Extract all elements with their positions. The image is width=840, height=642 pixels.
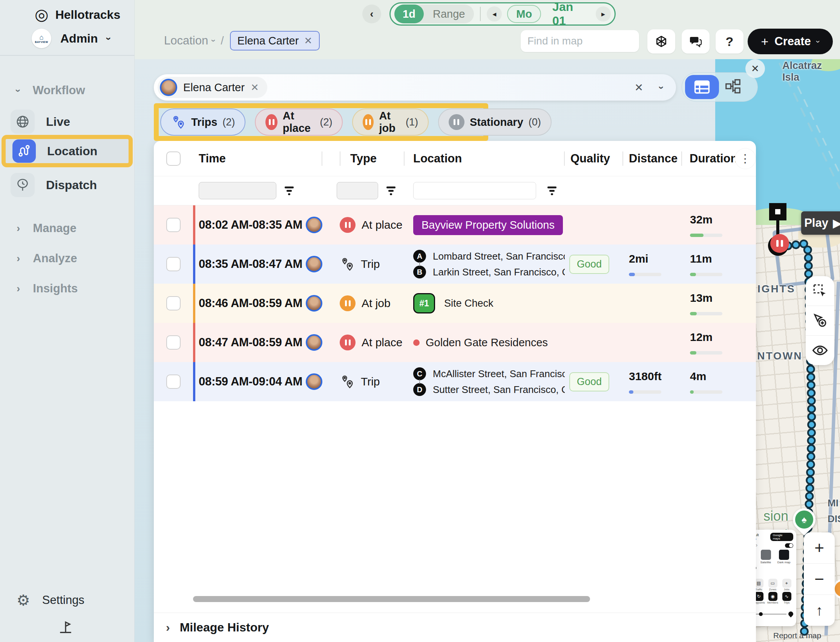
table-icon xyxy=(694,80,710,94)
visibility-tool[interactable] xyxy=(806,335,834,365)
map-at-place-marker[interactable] xyxy=(768,235,788,256)
chevron-down-icon[interactable]: › xyxy=(656,86,667,89)
person-filter-chip[interactable]: Elena Carter ✕ xyxy=(230,31,320,50)
table-row[interactable]: 08:46 AM-08:59 AM At job #1 Site Check 1… xyxy=(154,284,756,323)
search-input[interactable] xyxy=(528,35,664,47)
time-filter-input[interactable] xyxy=(199,182,276,199)
play-icon: ▶ xyxy=(833,216,840,230)
close-icon[interactable]: ✕ xyxy=(251,82,259,94)
sidebar-item-settings[interactable]: ⚙ Settings xyxy=(16,592,84,609)
table-row[interactable]: 08:59 AM-09:04 AM Trip C McAllister Stre… xyxy=(154,362,756,401)
column-time[interactable]: Time xyxy=(199,152,226,165)
column-distance[interactable]: Distance xyxy=(629,152,678,165)
table-view-button[interactable] xyxy=(685,75,719,99)
panel-close-button[interactable]: ✕ xyxy=(745,59,765,78)
area-select-tool[interactable] xyxy=(806,276,834,306)
chip-at-place[interactable]: At place (2) xyxy=(255,109,343,136)
day-mode-button[interactable]: 1d xyxy=(394,5,424,23)
job-number-badge[interactable]: #1 xyxy=(413,293,435,313)
breadcrumb: Location › / Elena Carter ✕ xyxy=(164,31,320,50)
mode-toggle[interactable] xyxy=(785,543,793,548)
place-badge[interactable]: Bayview Property Solutions xyxy=(413,215,563,235)
column-duration[interactable]: Duration xyxy=(690,152,738,165)
table-row[interactable]: 08:02 AM-08:35 AM At place Bayview Prope… xyxy=(154,205,756,245)
play-route-button[interactable]: Play▶ xyxy=(801,211,840,235)
current-date[interactable]: Jan 01 xyxy=(552,0,590,28)
duration-metric: 13m xyxy=(690,292,734,315)
column-type[interactable]: Type xyxy=(350,152,377,165)
chat-button[interactable] xyxy=(682,29,710,54)
close-icon[interactable]: ✕ xyxy=(304,35,312,47)
row-checkbox[interactable] xyxy=(166,296,180,310)
selected-person-chip[interactable]: Elena Carter ✕ xyxy=(158,77,267,98)
map-flag-marker[interactable] xyxy=(769,203,786,236)
workflow-section-header[interactable]: › Workflow xyxy=(16,84,85,97)
chip-stationary[interactable]: Stationary (0) xyxy=(438,109,552,136)
account-menu[interactable]: ⌂ BAYVIEW Admin › xyxy=(32,29,110,48)
filter-icon[interactable] xyxy=(548,186,556,195)
type-filter-input[interactable] xyxy=(337,182,378,199)
column-location[interactable]: Location xyxy=(413,152,462,165)
sidebar-group-analyze[interactable]: › Analyze xyxy=(16,252,77,265)
help-button[interactable]: ? xyxy=(716,29,744,54)
trip-icon xyxy=(340,374,355,389)
zoom-in-button[interactable]: + xyxy=(804,532,835,563)
weekday-badge[interactable]: Mo xyxy=(507,5,541,23)
filter-icon[interactable] xyxy=(284,186,294,195)
layer-jobs[interactable]: ⌖Jobs xyxy=(780,579,793,591)
date-back-button[interactable]: ‹ xyxy=(362,5,381,23)
column-quality[interactable]: Quality xyxy=(570,152,610,165)
mileage-history-toggle[interactable]: › Mileage History xyxy=(154,613,756,642)
zoom-out-button[interactable]: − xyxy=(804,563,835,595)
clear-selection-icon[interactable]: ✕ xyxy=(635,81,643,94)
chip-trips[interactable]: Trips (2) xyxy=(160,109,245,136)
divider xyxy=(480,7,481,21)
sidebar-item-location-highlight[interactable]: Location xyxy=(2,135,133,167)
row-accent xyxy=(193,205,195,245)
sidebar-item-live[interactable]: Live xyxy=(11,107,123,136)
layer-members[interactable]: ◉Members xyxy=(766,592,779,604)
table-row[interactable]: 08:35 AM-08:47 AM Trip A Lombard Street,… xyxy=(154,245,756,284)
selection-bar: Elena Carter ✕ ✕ › xyxy=(154,74,676,101)
duration-metric: 12m xyxy=(690,331,734,355)
sidebar-item-dispatch[interactable]: Dispatch xyxy=(11,170,123,200)
map-label-town: ANTOWN xyxy=(748,350,802,362)
layer-trips[interactable]: ∿Trips xyxy=(780,592,793,604)
at-place-icon xyxy=(340,334,356,350)
create-button[interactable]: + Create › xyxy=(747,29,833,54)
row-checkbox[interactable] xyxy=(166,374,180,389)
layer-zones[interactable]: ▭Zones xyxy=(766,579,779,591)
chevron-down-icon: › xyxy=(102,37,114,40)
google-maps-button[interactable]: Google maps xyxy=(770,533,793,541)
filter-icon[interactable] xyxy=(387,186,395,195)
column-menu-button[interactable]: ⋮ xyxy=(735,148,756,169)
sidebar-group-insights[interactable]: › Insights xyxy=(16,282,78,295)
row-accent xyxy=(193,323,195,362)
hierarchy-view-button[interactable] xyxy=(724,78,742,96)
range-mode-button[interactable]: Range xyxy=(424,8,474,20)
table-row[interactable]: 08:47 AM-08:59 AM At place Golden Gate R… xyxy=(154,323,756,362)
recenter-button[interactable]: ↑ xyxy=(804,595,835,626)
filter-chips-highlight: Trips (2) At place (2) At job (1) Statio… xyxy=(154,103,488,141)
prev-day-button[interactable]: ◂ xyxy=(487,6,502,21)
horizontal-scrollbar[interactable] xyxy=(193,596,590,602)
chip-at-job[interactable]: At job (1) xyxy=(352,109,428,136)
next-day-button[interactable]: ▸ xyxy=(596,6,611,21)
report-map-error-link[interactable]: Report a map error xyxy=(773,631,840,642)
row-checkbox[interactable] xyxy=(166,335,180,350)
ai-assistant-button[interactable] xyxy=(647,29,675,54)
trip-stops: A Lombard Street, San Francisco, Cali B … xyxy=(413,250,565,279)
breadcrumb-location-dropdown[interactable]: Location › xyxy=(164,34,215,47)
location-filter-input[interactable] xyxy=(413,182,536,199)
select-area-icon xyxy=(812,283,828,299)
add-place-tool[interactable] xyxy=(806,306,834,335)
select-all-checkbox[interactable] xyxy=(166,151,180,166)
row-checkbox[interactable] xyxy=(166,218,180,232)
map-type-satellite[interactable]: Satellite xyxy=(757,550,774,564)
map-type-dark[interactable]: Dark map xyxy=(775,550,793,564)
row-checkbox[interactable] xyxy=(166,257,180,271)
sidebar-group-manage[interactable]: › Manage xyxy=(16,222,76,235)
openai-icon xyxy=(655,35,668,48)
chevron-down-icon: › xyxy=(814,40,823,43)
collapse-pin-icon[interactable] xyxy=(57,619,74,637)
